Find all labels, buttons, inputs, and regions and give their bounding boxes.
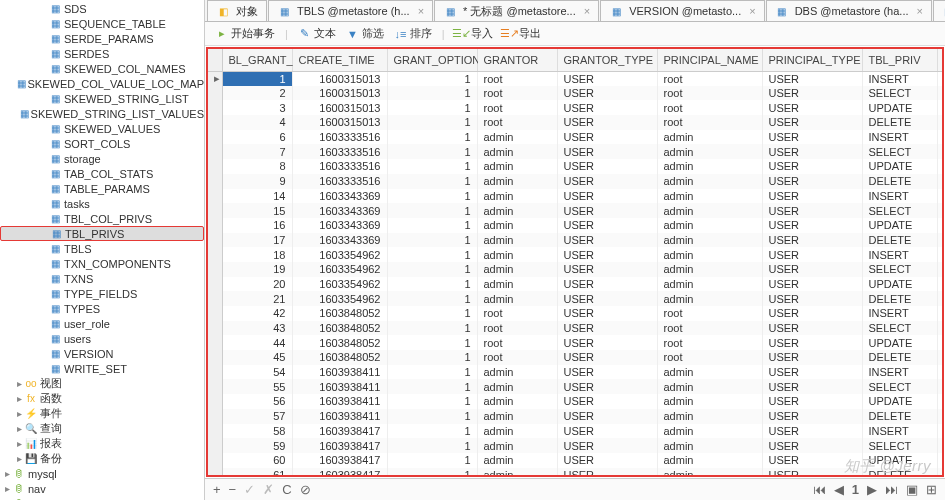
cell[interactable]: SELECT <box>862 144 937 159</box>
cell[interactable]: root <box>477 100 557 115</box>
tree-item-storage[interactable]: ▦ storage <box>0 151 204 166</box>
cell[interactable]: USER <box>557 71 657 86</box>
cell[interactable]: 1 <box>387 189 477 204</box>
cell[interactable]: 61 <box>222 468 292 477</box>
cell[interactable]: 10479 <box>937 189 944 204</box>
cell[interactable]: 16 <box>222 218 292 233</box>
close-icon[interactable]: × <box>749 5 755 17</box>
cell[interactable]: root <box>477 321 557 336</box>
refresh-button[interactable]: C <box>282 482 291 497</box>
cell[interactable]: 12455 <box>937 394 944 409</box>
cell[interactable]: INSERT <box>862 189 937 204</box>
cell[interactable]: 56 <box>222 394 292 409</box>
tree-item-TBL_PRIVS[interactable]: ▦ TBL_PRIVS <box>0 226 204 241</box>
tree-item-事件[interactable]: ▸ ⚡ 事件 <box>0 406 204 421</box>
cell[interactable]: root <box>477 86 557 101</box>
cell[interactable]: 1 <box>387 468 477 477</box>
cell[interactable]: admin <box>657 159 762 174</box>
cell[interactable]: 1 <box>387 394 477 409</box>
cell[interactable]: USER <box>557 159 657 174</box>
cell[interactable]: admin <box>477 189 557 204</box>
cell[interactable]: 1 <box>387 453 477 468</box>
cell[interactable]: admin <box>477 277 557 292</box>
cell[interactable]: USER <box>557 233 657 248</box>
cell[interactable]: admin <box>477 409 557 424</box>
cell[interactable]: 1603938417 <box>292 453 387 468</box>
cell[interactable]: 6 <box>222 130 292 145</box>
cell[interactable]: 10518 <box>937 277 944 292</box>
cell[interactable]: INSERT <box>862 365 937 380</box>
tab-5[interactable]: ▦ DATABASE_PARAMS ... × <box>933 0 945 21</box>
cell[interactable]: UPDATE <box>862 335 937 350</box>
cell[interactable]: 1 <box>387 86 477 101</box>
cell[interactable]: DELETE <box>862 174 937 189</box>
grid-settings-button[interactable]: ⊞ <box>926 482 937 497</box>
cell[interactable]: 10518 <box>937 262 944 277</box>
cell[interactable]: USER <box>557 277 657 292</box>
cell[interactable]: 10444 <box>937 174 944 189</box>
cell[interactable]: USER <box>762 409 862 424</box>
cell[interactable]: USER <box>557 306 657 321</box>
cell[interactable]: 1603333516 <box>292 130 387 145</box>
tree-item-查询[interactable]: ▸ 🔍 查询 <box>0 421 204 436</box>
add-row-button[interactable]: + <box>213 482 221 497</box>
cell[interactable]: admin <box>657 218 762 233</box>
cell[interactable]: 1 <box>387 203 477 218</box>
cell[interactable]: USER <box>557 218 657 233</box>
tree-item-SKEWED_COL_NAMES[interactable]: ▦ SKEWED_COL_NAMES <box>0 61 204 76</box>
cell[interactable]: 4331 <box>937 100 944 115</box>
tree-item-SKEWED_COL_VALUE_LOC_MAP[interactable]: ▦ SKEWED_COL_VALUE_LOC_MAP <box>0 76 204 91</box>
cell[interactable]: USER <box>557 335 657 350</box>
cell[interactable]: USER <box>557 468 657 477</box>
cell[interactable]: USER <box>557 379 657 394</box>
column-header-PRINCIPAL_NAME[interactable]: PRINCIPAL_NAME <box>657 49 762 71</box>
tree-item-TXNS[interactable]: ▦ TXNS <box>0 271 204 286</box>
table-row[interactable]: 4316038480521rootUSERrootUSERSELECT12151 <box>208 321 944 336</box>
table-row[interactable]: 416003150131rootUSERrootUSERDELETE4331 <box>208 115 944 130</box>
cell[interactable]: USER <box>762 86 862 101</box>
cell[interactable]: 1 <box>387 277 477 292</box>
cell[interactable]: USER <box>557 130 657 145</box>
tree-item-WRITE_SET[interactable]: ▦ WRITE_SET <box>0 361 204 376</box>
cell[interactable]: 4331 <box>937 115 944 130</box>
cell[interactable]: UPDATE <box>862 277 937 292</box>
tab-3[interactable]: ▦ VERSION @metasto... × <box>600 0 764 21</box>
apply-button[interactable]: ✓ <box>244 482 255 497</box>
table-row[interactable]: ▸116003150131rootUSERrootUSERINSERT4331 <box>208 71 944 86</box>
cell[interactable]: 1 <box>387 424 477 439</box>
cell[interactable]: USER <box>762 130 862 145</box>
cell[interactable]: USER <box>762 468 862 477</box>
cell[interactable]: 1 <box>387 100 477 115</box>
tree-item-TXN_COMPONENTS[interactable]: ▦ TXN_COMPONENTS <box>0 256 204 271</box>
cell[interactable]: root <box>477 71 557 86</box>
cell[interactable]: 57 <box>222 409 292 424</box>
cell[interactable]: 10518 <box>937 247 944 262</box>
cancel-button[interactable]: ✗ <box>263 482 274 497</box>
cell[interactable]: admin <box>657 394 762 409</box>
table-row[interactable]: 1716033433691adminUSERadminUSERDELETE104… <box>208 233 944 248</box>
tree-item-报表[interactable]: ▸ 📊 报表 <box>0 436 204 451</box>
stop-button[interactable]: ⊘ <box>300 482 311 497</box>
table-row[interactable]: 4516038480521rootUSERrootUSERDELETE12151 <box>208 350 944 365</box>
cell[interactable]: 2 <box>222 86 292 101</box>
tree-item-users[interactable]: ▦ users <box>0 331 204 346</box>
tree-item-TBLS[interactable]: ▦ TBLS <box>0 241 204 256</box>
cell[interactable]: admin <box>477 291 557 306</box>
cell[interactable]: 19 <box>222 262 292 277</box>
cell[interactable]: USER <box>762 453 862 468</box>
export-button[interactable]: ☰↗导出 <box>503 26 541 41</box>
cell[interactable]: admin <box>477 379 557 394</box>
cell[interactable]: 4 <box>222 115 292 130</box>
cell[interactable]: root <box>477 115 557 130</box>
cell[interactable]: 42 <box>222 306 292 321</box>
cell[interactable]: SELECT <box>862 203 937 218</box>
cell[interactable]: USER <box>557 247 657 262</box>
cell[interactable]: DELETE <box>862 233 937 248</box>
cell[interactable]: admin <box>657 203 762 218</box>
table-row[interactable]: 5716039384111adminUSERadminUSERDELETE124… <box>208 409 944 424</box>
cell[interactable]: USER <box>557 115 657 130</box>
tree-item-TYPES[interactable]: ▦ TYPES <box>0 301 204 316</box>
table-row[interactable]: 616033335161adminUSERadminUSERINSERT1044… <box>208 130 944 145</box>
cell[interactable]: USER <box>557 394 657 409</box>
cell[interactable]: 1603354962 <box>292 247 387 262</box>
